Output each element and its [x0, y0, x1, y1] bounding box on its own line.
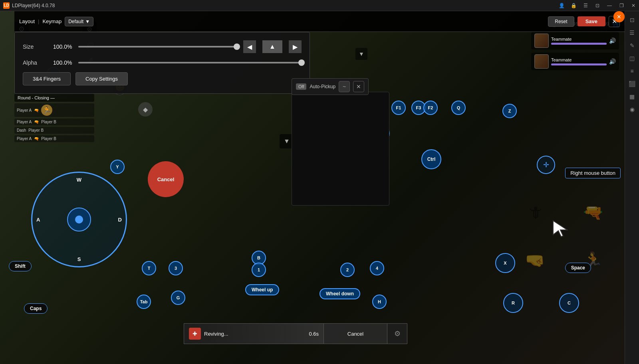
g-key-button[interactable]: G — [171, 291, 185, 305]
dismiss-button[interactable]: ✕ — [613, 11, 625, 22]
size-slider-container: 100.0% — [53, 44, 237, 50]
revive-time: 0.6s — [309, 331, 319, 337]
titlebar: LD LDPlayer(64) 4.0.78 👤 🔒 ☰ ⊡ — ❐ ✕ — [0, 0, 639, 11]
auto-pickup-tilde-button[interactable]: ~ — [339, 81, 350, 92]
a-key-label: A — [36, 217, 40, 223]
num2-key-button[interactable]: 2 — [340, 263, 355, 277]
sidebar-icon-6[interactable]: ⬛ — [627, 78, 638, 89]
compass-button[interactable]: ◆ — [138, 102, 153, 117]
num4-key-button[interactable]: 4 — [370, 261, 384, 275]
maximize-button[interactable]: ❐ — [616, 0, 627, 11]
right-sidebar: ⊡ ☰ ✎ ◫ ≡ ⬛ ▦ ◉ — [625, 11, 639, 364]
num1-key-button[interactable]: 1 — [252, 263, 266, 277]
lock-icon[interactable]: 🔒 — [568, 0, 579, 11]
revive-cancel-button[interactable]: Cancel — [323, 323, 387, 344]
window-controls: 👤 🔒 ☰ ⊡ — ❐ ✕ — [556, 0, 639, 11]
sidebar-icon-5[interactable]: ≡ — [627, 65, 638, 77]
small-close-button[interactable]: ▼ — [355, 48, 367, 60]
size-value: 100.0% — [53, 44, 75, 50]
wheel-up-button[interactable]: Wheel up — [245, 284, 279, 295]
reset-button[interactable]: Reset — [548, 16, 574, 27]
weapon-bg-icon-3: 🗡 — [519, 196, 551, 228]
player-name-b3: Player B — [41, 136, 56, 141]
auto-pickup-label: Auto-Pickup — [310, 84, 335, 89]
teammate-info-2: Teammate — [551, 57, 607, 65]
round-banner: Round - Closing — — [14, 94, 94, 102]
copy-settings-button[interactable]: Copy Settings — [75, 72, 128, 85]
keymap-dropdown[interactable]: Default ▼ — [65, 17, 93, 26]
alpha-slider-container: 100.0% — [53, 59, 302, 66]
app-title: LDPlayer(64) 4.0.78 — [12, 3, 55, 8]
auto-pickup-dropdown-panel — [292, 92, 389, 206]
caps-key-button[interactable]: Caps — [24, 303, 48, 314]
teammate-row-1: Teammate 🔊 — [531, 32, 619, 49]
revive-bar-bg: ✚ Reviving... 0.6s — [184, 323, 323, 344]
sidebar-icon-7[interactable]: ▦ — [627, 91, 638, 102]
tab-key-button[interactable]: Tab — [137, 295, 151, 309]
close-button[interactable]: ✕ — [628, 0, 639, 11]
alpha-slider-track[interactable] — [78, 62, 302, 63]
shift-key-button[interactable]: Shift — [9, 261, 32, 271]
sidebar-icon-1[interactable]: ⊡ — [627, 14, 638, 26]
c-key-button[interactable]: C — [559, 293, 579, 313]
app-icon: LD — [3, 2, 10, 9]
teammates-panel: Teammate 🔊 Teammate 🔊 — [531, 32, 619, 73]
sidebar-icon-8[interactable]: ◉ — [627, 104, 638, 115]
player-row-dash: Dash Player B — [14, 127, 94, 134]
sidebar-icon-2[interactable]: ☰ — [627, 27, 638, 38]
restore-icon[interactable]: ⊡ — [592, 0, 603, 11]
sidebar-icon-3[interactable]: ✎ — [627, 40, 638, 51]
teammate-health-bar-2 — [551, 63, 607, 65]
cancel-button[interactable]: Cancel — [148, 161, 184, 197]
z-key-button[interactable]: Z — [502, 104, 517, 118]
size-slider-track[interactable] — [78, 46, 237, 47]
joystick-center — [67, 208, 91, 231]
teammate-name-2: Teammate — [551, 57, 607, 62]
nav-up-arrow[interactable]: ▲ — [262, 40, 282, 53]
player-name-b2: Player B — [41, 120, 56, 124]
cursor-icon — [551, 219, 571, 240]
gun-icon-1: 🔫 — [34, 108, 39, 113]
wheel-down-button[interactable]: Wheel down — [320, 288, 360, 299]
x-key-button[interactable]: X — [495, 253, 515, 273]
r-key-button[interactable]: R — [503, 293, 523, 313]
gun-icon-3: 🔫 — [34, 136, 39, 141]
auto-pickup-close-button[interactable]: ✕ — [353, 81, 364, 92]
q-key-button[interactable]: Q — [451, 101, 466, 115]
player-row-3: Player A 🔫 Player B — [14, 135, 94, 142]
f1-key-button[interactable]: F1 — [391, 101, 406, 115]
alpha-label: Alpha — [23, 59, 47, 66]
settings-panel: Size 100.0% ◀ ▲ ▶ Alpha 100.0% 3&4 Finge… — [14, 32, 310, 94]
h-key-button[interactable]: H — [372, 295, 387, 309]
space-key-button[interactable]: Space — [565, 263, 591, 273]
joystick-wheel[interactable]: W S A D — [31, 172, 127, 267]
auto-pickup-toggle[interactable]: Off — [296, 83, 306, 90]
teammate-info-1: Teammate — [551, 37, 607, 45]
nav-left-arrow[interactable]: ◀ — [243, 40, 256, 53]
aim-sight-icon[interactable]: ✛ — [537, 156, 555, 174]
player-avatar-1: 🏃 — [41, 105, 52, 116]
profiles-icon[interactable]: 👤 — [556, 0, 567, 11]
y-key-button[interactable]: Y — [110, 160, 125, 174]
ctrl-key-button[interactable]: Ctrl — [421, 149, 441, 169]
sidebar-icon-4[interactable]: ◫ — [627, 53, 638, 64]
nav-right-arrow[interactable]: ▶ — [289, 40, 302, 53]
teammate-avatar-2 — [534, 54, 549, 69]
keymap-label: Keymap — [42, 18, 62, 24]
player-row-2: Player A 🔫 Player B — [14, 119, 94, 125]
num3-key-button[interactable]: 3 — [169, 261, 183, 275]
teammate-name-1: Teammate — [551, 37, 607, 42]
alpha-value: 100.0% — [53, 59, 75, 66]
dash-label: Dash — [17, 128, 26, 133]
gun-icon-2: 🔫 — [34, 120, 39, 124]
player-name-a3: Player A — [17, 136, 32, 141]
layout-label: Layout — [19, 18, 35, 24]
minimize-button[interactable]: — — [604, 0, 615, 11]
f2-key-button[interactable]: F2 — [423, 101, 438, 115]
three-four-fingers-button[interactable]: 3&4 Fingers — [23, 72, 71, 85]
player-row-1: Player A 🔫 🏃 — [14, 103, 94, 117]
save-button[interactable]: Save — [577, 16, 605, 26]
revive-text: Reviving... — [204, 331, 228, 337]
menu-icon[interactable]: ☰ — [580, 0, 591, 11]
t-key-button[interactable]: T — [142, 261, 156, 275]
